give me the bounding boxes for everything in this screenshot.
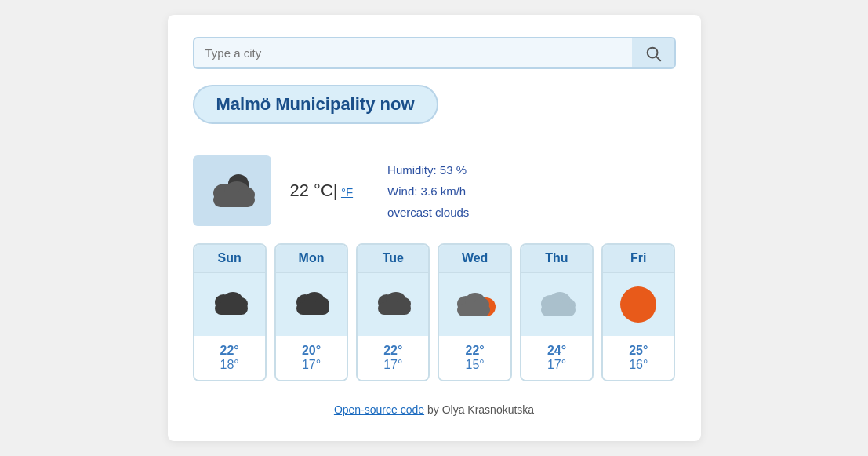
forecast-high-thu: 24° [521, 344, 592, 358]
current-weather-icon [193, 155, 271, 226]
current-weather: 22 °C| °F Humidity: 53 % Wind: 3.6 km/h … [193, 155, 676, 226]
forecast-icon-wed [439, 273, 510, 336]
forecast-high-fri: 25° [603, 344, 674, 358]
search-icon [645, 45, 662, 62]
svg-rect-28 [541, 304, 576, 316]
cloud-sun-icon-wed [453, 286, 497, 323]
forecast-card-thu: Thu 24° 17° [520, 243, 594, 381]
forecast-low-mon: 17° [276, 358, 347, 372]
current-temp-c: 22 °C| [290, 181, 338, 200]
wind-label: Wind: 3.6 km/h [387, 181, 469, 202]
forecast-temps-wed: 22° 15° [439, 336, 510, 380]
app-container: Malmö Municipality now 22 °C| °F Humidit… [168, 15, 701, 441]
svg-rect-19 [378, 302, 411, 315]
forecast-high-tue: 22° [358, 344, 428, 358]
forecast-low-tue: 17° [358, 358, 428, 372]
forecast-day-fri: Fri [603, 245, 674, 273]
forecast-day-thu: Thu [521, 245, 592, 273]
open-source-link[interactable]: Open-source code [334, 403, 424, 416]
humidity-label: Humidity: 53 % [387, 159, 469, 181]
forecast-card-tue: Tue 22° 17° [356, 243, 430, 381]
forecast-temps-fri: 25° 16° [603, 336, 674, 380]
forecast-high-mon: 20° [276, 344, 347, 358]
forecast-icon-thu [521, 273, 592, 336]
forecast-day-tue: Tue [358, 245, 428, 273]
temp-f-link[interactable]: °F [341, 185, 353, 199]
forecast-icon-sun [194, 273, 265, 336]
svg-rect-24 [457, 304, 490, 316]
forecast-temps-tue: 22° 17° [358, 336, 428, 380]
sun-icon-fri [620, 286, 656, 323]
forecast-icon-tue [358, 273, 428, 336]
cloud-dark-icon [209, 288, 250, 321]
footer: Open-source code by Olya Krasnokutska [193, 403, 676, 416]
forecast-temps-mon: 20° 17° [276, 336, 347, 380]
svg-rect-7 [213, 193, 255, 207]
current-temp-display: 22 °C| °F [290, 181, 354, 201]
forecast-low-fri: 16° [603, 358, 674, 372]
city-title-bar: Malmö Municipality now [193, 85, 438, 124]
forecast-low-thu: 17° [521, 358, 592, 372]
cloud-dark-icon-tue [372, 288, 413, 321]
forecast-low-sun: 18° [194, 358, 265, 372]
search-button[interactable] [632, 37, 676, 69]
forecast-icon-fri [603, 273, 674, 336]
svg-rect-11 [215, 302, 248, 315]
city-title: Malmö Municipality now [216, 94, 415, 114]
forecast-card-wed: Wed 22° 15° [438, 243, 511, 381]
cloud-dark-icon-mon [291, 288, 332, 321]
cloud-light-icon-thu [536, 288, 577, 321]
forecast-high-wed: 22° [439, 344, 510, 358]
search-input[interactable] [193, 37, 632, 69]
forecast-row: Sun 22° 18° Mon [193, 243, 676, 381]
forecast-day-sun: Sun [194, 245, 265, 273]
forecast-temps-sun: 22° 18° [194, 336, 265, 380]
svg-rect-15 [296, 302, 329, 315]
forecast-card-fri: Fri 25° 16° [601, 243, 675, 381]
forecast-icon-mon [276, 273, 347, 336]
current-details: Humidity: 53 % Wind: 3.6 km/h overcast c… [387, 159, 469, 223]
search-row [193, 37, 676, 69]
forecast-day-wed: Wed [439, 245, 510, 273]
overcast-cloud-icon [205, 170, 259, 213]
condition-label: overcast clouds [387, 202, 469, 223]
forecast-high-sun: 22° [194, 344, 265, 358]
forecast-card-mon: Mon 20° 17° [274, 243, 348, 381]
forecast-card-sun: Sun 22° 18° [193, 243, 267, 381]
forecast-day-mon: Mon [276, 245, 347, 273]
forecast-low-wed: 15° [439, 358, 510, 372]
footer-suffix: by Olya Krasnokutska [424, 403, 534, 416]
forecast-temps-thu: 24° 17° [521, 336, 592, 380]
svg-line-1 [656, 57, 660, 60]
